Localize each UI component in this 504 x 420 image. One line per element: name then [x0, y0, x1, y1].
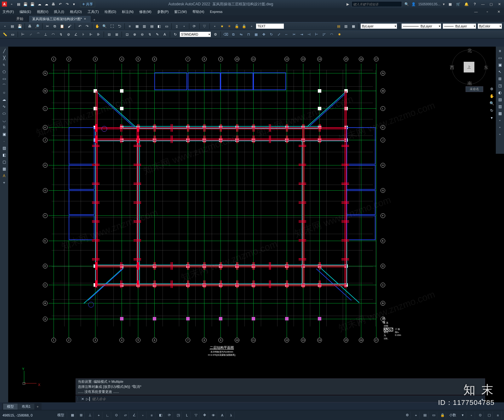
pan-icon[interactable]: ✋: [94, 23, 100, 29]
polar-icon[interactable]: ⊙: [113, 412, 120, 419]
saveas-icon[interactable]: 💾: [30, 1, 35, 7]
dim-space-icon[interactable]: ⊟: [106, 31, 112, 37]
undo-icon[interactable]: ↶: [57, 1, 63, 7]
refresh-icon[interactable]: ⟳: [191, 23, 197, 29]
menu-modify[interactable]: 修改(M): [139, 9, 152, 14]
nav-pan-icon[interactable]: ✋: [489, 93, 495, 99]
hw-accel-icon[interactable]: ⊙: [477, 412, 484, 419]
mod-mirror-icon[interactable]: ⇋: [238, 31, 244, 37]
r-cursor-icon[interactable]: ↖: [497, 69, 503, 75]
app-icon[interactable]: A: [2, 2, 7, 7]
paint-icon[interactable]: ▫: [249, 23, 255, 29]
infer-constraints-icon[interactable]: ⊥: [87, 412, 94, 419]
customize-icon[interactable]: ≡: [495, 412, 501, 419]
scale-label[interactable]: 小数: [448, 413, 457, 417]
transparency-icon[interactable]: ◧: [157, 412, 164, 419]
layer-match-icon[interactable]: ▦: [350, 23, 356, 29]
ucs-icon[interactable]: Y X: [22, 368, 39, 385]
clean-screen-icon[interactable]: ▢: [486, 412, 493, 419]
r-group-icon[interactable]: ▣: [497, 62, 503, 68]
dim-aligned-icon[interactable]: ⟋: [27, 31, 34, 37]
text-command-input[interactable]: [256, 23, 284, 29]
qat-dropdown-icon[interactable]: ▾: [71, 1, 77, 7]
dim-tedit-icon[interactable]: A: [162, 31, 168, 37]
menu-dim[interactable]: 标注(N): [122, 9, 134, 14]
mod-trim-icon[interactable]: ✂: [291, 31, 297, 37]
dim-continue-icon[interactable]: ⊪: [95, 31, 102, 37]
r-sheet-icon[interactable]: ▥: [497, 103, 503, 110]
drawing-canvas[interactable]: 北 南 西 东 上 未命名 ⊛ ✋ 🔍 ↻ ▾ Y X: [8, 47, 496, 402]
dim-quick-icon[interactable]: ⊦: [80, 31, 87, 37]
menu-draw[interactable]: 绘图(D): [105, 9, 116, 14]
r-render-icon[interactable]: ◐: [497, 89, 503, 96]
region-icon[interactable]: ▢: [1, 159, 7, 165]
viewcube[interactable]: 北 南 西 东 上: [452, 50, 486, 84]
redo-icon[interactable]: ↷: [64, 1, 70, 7]
props-icon[interactable]: ≡: [127, 23, 133, 29]
search-caret-icon[interactable]: ▶: [346, 2, 349, 6]
mod-copy-icon[interactable]: ⧉: [230, 31, 237, 37]
point-icon[interactable]: ·: [1, 138, 7, 144]
viewcube-east[interactable]: 东: [484, 65, 488, 71]
status-coordinates[interactable]: 498515, -158068, 0: [3, 413, 53, 417]
nav-show-icon[interactable]: ▾: [489, 115, 495, 121]
mod-extend-icon[interactable]: ⇥: [298, 31, 305, 37]
center-mark-icon[interactable]: ⊕: [131, 31, 138, 37]
dim-break-icon[interactable]: ⊞: [113, 31, 120, 37]
new-icon[interactable]: ▫: [9, 1, 14, 7]
mod-stretch-icon[interactable]: ↔: [283, 31, 289, 37]
dim-arc-icon[interactable]: ⌒: [35, 31, 41, 37]
lineweight-dropdown[interactable]: ByLayer: [443, 23, 476, 29]
line-icon[interactable]: ╱: [1, 48, 7, 54]
model-toggle[interactable]: 模型: [55, 412, 67, 419]
lineweight-display-icon[interactable]: ≡: [148, 412, 155, 419]
mod-move-icon[interactable]: ✥: [261, 31, 267, 37]
dim-edit-icon[interactable]: ✎: [154, 31, 160, 37]
layout-tab-model[interactable]: 模型: [3, 404, 18, 410]
ws-switch-icon[interactable]: ⚙: [404, 412, 411, 419]
star-icon[interactable]: ★: [219, 23, 225, 29]
document-tab-active[interactable]: 某风雨操场三层框架结构设计图* ✕: [29, 16, 91, 22]
viewcube-top[interactable]: 上: [464, 62, 474, 72]
xline-icon[interactable]: ╳: [1, 55, 7, 61]
close-tab-icon[interactable]: ✕: [84, 17, 86, 20]
layer-iso-icon[interactable]: ▥: [343, 23, 349, 29]
plotcolor-dropdown[interactable]: ByColor: [478, 23, 502, 29]
dyn-ucs-icon[interactable]: L: [184, 412, 191, 419]
r-misc1-icon[interactable]: ▫: [497, 117, 503, 124]
dim-ordinate-icon[interactable]: ⊥: [43, 31, 49, 37]
web-save-icon[interactable]: ☁: [43, 1, 49, 7]
open-file-icon[interactable]: ▤: [9, 23, 15, 29]
mod-array-icon[interactable]: ▦: [253, 31, 259, 37]
circle-icon[interactable]: ○: [1, 89, 7, 96]
menu-tools[interactable]: 工具(T): [88, 9, 99, 14]
doc-restore-icon[interactable]: ▫: [484, 9, 490, 14]
spline-icon[interactable]: ∿: [1, 103, 7, 110]
redo-btn-icon[interactable]: ↷: [84, 23, 90, 29]
user-dropdown-icon[interactable]: ▾: [443, 2, 445, 6]
ellipse-arc-icon[interactable]: ◡: [1, 117, 7, 124]
snap-mode-icon[interactable]: ⊞: [78, 412, 85, 419]
r-3d-icon[interactable]: ◳: [497, 83, 503, 89]
menu-express[interactable]: Express: [210, 10, 222, 14]
cmd-close-icon[interactable]: ✕: [80, 397, 85, 401]
share-button[interactable]: ✈ 共享: [80, 1, 95, 7]
mod-fillet-icon[interactable]: ◠: [329, 31, 335, 37]
mod-offset-icon[interactable]: ⊓: [245, 31, 252, 37]
start-tab[interactable]: 开始: [13, 16, 28, 22]
r-view-icon[interactable]: ▤: [497, 96, 503, 103]
arc-icon[interactable]: ⌒: [1, 83, 7, 89]
markup-icon[interactable]: ◧: [156, 23, 162, 29]
save-icon[interactable]: 💾: [23, 1, 28, 7]
3dosnap-icon[interactable]: ◳: [175, 412, 182, 419]
match-icon[interactable]: 🖌: [66, 23, 72, 29]
menu-window[interactable]: 窗口(W): [174, 9, 187, 14]
new-file-icon[interactable]: ▫: [2, 23, 8, 29]
menu-file[interactable]: 文件(F): [3, 9, 14, 14]
anno-monitor-icon[interactable]: +: [413, 412, 420, 419]
r-misc2-icon[interactable]: ▫: [497, 124, 503, 130]
layer-dropdown[interactable]: ByLayer: [360, 23, 397, 29]
a360-icon[interactable]: ▦: [447, 1, 453, 7]
heart-icon[interactable]: ♡: [202, 23, 208, 29]
polygon-icon[interactable]: ⬠: [1, 69, 7, 75]
